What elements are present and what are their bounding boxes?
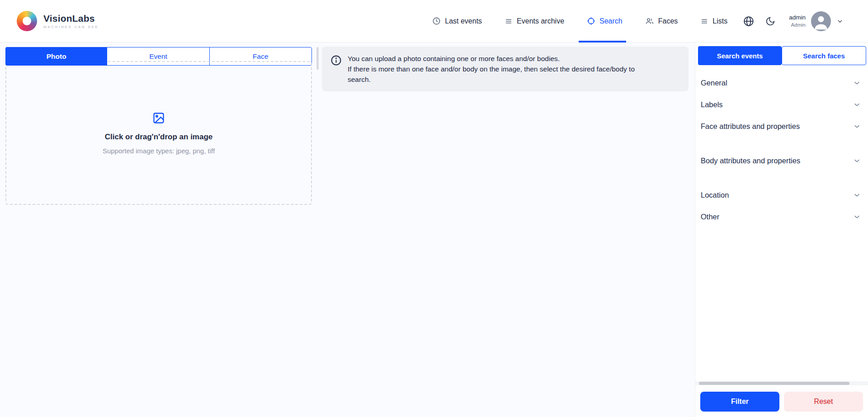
nav-label: Search <box>599 17 623 25</box>
notice-line-1: You can upload a photo containing one or… <box>348 53 660 64</box>
filters-sidebar: Search events Search faces General Label… <box>695 43 868 417</box>
info-icon <box>330 55 342 85</box>
horizontal-scrollbar[interactable] <box>695 381 868 385</box>
people-icon <box>645 17 654 26</box>
nav-item-last-events[interactable]: Last events <box>432 0 482 43</box>
upload-notice: You can upload a photo containing one or… <box>322 47 689 91</box>
notice-line-2: If there is more than one face and/or bo… <box>348 64 660 85</box>
accordion-section-face-attributes[interactable]: Face attributes and properties <box>695 115 868 137</box>
brand-name: VisionLabs <box>43 14 99 23</box>
chevron-down-icon <box>853 213 861 221</box>
chevron-down-icon <box>853 157 861 165</box>
viewfinder-icon <box>587 17 595 25</box>
accordion-section-body-attributes[interactable]: Body attributes and properties <box>695 150 868 171</box>
accordion-section-other[interactable]: Other <box>695 206 868 227</box>
tab-photo[interactable]: Photo <box>5 47 107 66</box>
chevron-down-icon <box>853 123 861 130</box>
dropzone-subtitle: Supported image types: jpeg, png, tiff <box>103 147 215 155</box>
nav-item-faces[interactable]: Faces <box>645 0 678 43</box>
dropzone-title: Click or drag'n'drop an image <box>105 133 213 142</box>
main-nav: Last events Events archive Search Faces … <box>432 0 727 43</box>
list-icon <box>700 17 708 25</box>
chevron-down-icon <box>853 191 861 199</box>
nav-label: Last events <box>445 17 482 25</box>
horizontal-scrollbar-thumb[interactable] <box>699 382 849 385</box>
nav-item-search[interactable]: Search <box>587 0 623 43</box>
dark-mode-moon-icon[interactable] <box>765 16 775 26</box>
chevron-down-icon <box>853 101 861 109</box>
nav-label: Faces <box>658 17 678 25</box>
list-icon <box>505 17 513 25</box>
chevron-down-icon <box>853 79 861 87</box>
user-name: admin <box>789 14 806 22</box>
user-menu[interactable]: admin Admin <box>789 11 844 31</box>
nav-item-events-archive[interactable]: Events archive <box>505 0 564 43</box>
nav-label: Events archive <box>517 17 564 25</box>
filter-button[interactable]: Filter <box>700 392 779 412</box>
image-icon <box>152 112 165 124</box>
search-mode-tabs: Search events Search faces <box>698 46 866 65</box>
clock-icon <box>432 17 441 25</box>
accordion-section-location[interactable]: Location <box>695 184 868 206</box>
tab-search-faces[interactable]: Search faces <box>782 46 866 65</box>
vertical-scrollbar-thumb[interactable] <box>316 47 319 70</box>
image-dropzone[interactable]: Click or drag'n'drop an image Supported … <box>5 61 312 205</box>
reset-button[interactable]: Reset <box>784 392 863 412</box>
accordion-section-general[interactable]: General <box>695 72 868 94</box>
visionlabs-logo-icon <box>17 11 37 31</box>
tab-search-events[interactable]: Search events <box>698 46 782 65</box>
app-header: VisionLabs MACHINES CAN SEE Last events … <box>0 0 868 43</box>
nav-item-lists[interactable]: Lists <box>700 0 727 43</box>
avatar[interactable] <box>811 11 831 31</box>
accordion-section-labels[interactable]: Labels <box>695 94 868 115</box>
filter-accordion: General Labels Face attributes and prope… <box>695 72 868 227</box>
language-globe-icon[interactable] <box>743 15 755 27</box>
nav-label: Lists <box>712 17 727 25</box>
chevron-down-icon[interactable] <box>836 18 844 25</box>
brand-tagline: MACHINES CAN SEE <box>43 25 99 29</box>
user-role: Admin <box>791 22 806 28</box>
filters-footer: Filter Reset <box>695 385 868 417</box>
brand[interactable]: VisionLabs MACHINES CAN SEE <box>17 11 99 31</box>
